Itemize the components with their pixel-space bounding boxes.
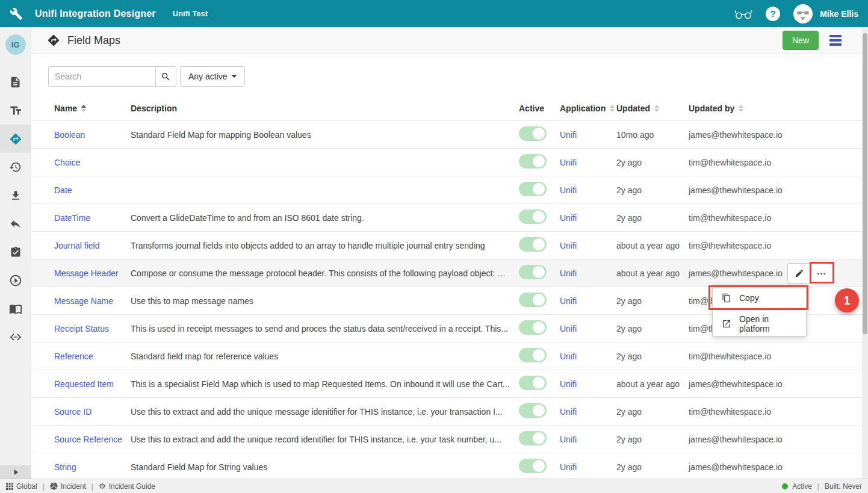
sort-icon[interactable] <box>654 105 659 112</box>
column-header-updated[interactable]: Updated <box>616 104 689 113</box>
application-link[interactable]: Unifi <box>560 407 577 417</box>
application-link[interactable]: Unifi <box>560 352 577 361</box>
active-toggle[interactable] <box>519 293 547 307</box>
field-map-name-link[interactable]: Source ID <box>54 407 91 417</box>
field-map-name-link[interactable]: Message Name <box>54 296 113 306</box>
sort-icon[interactable] <box>739 105 743 112</box>
field-map-name-link[interactable]: Boolean <box>54 130 85 140</box>
sidebar-item-text-fields[interactable] <box>0 96 31 125</box>
toggle-knob <box>533 321 545 333</box>
scrollbar-thumb[interactable] <box>863 33 867 334</box>
updated-cell: about a year ago <box>616 241 689 250</box>
help-icon[interactable]: ? <box>766 7 780 21</box>
search-button[interactable] <box>155 66 176 87</box>
active-toggle[interactable] <box>519 431 547 445</box>
glasses-icon[interactable] <box>734 8 752 20</box>
guide-picker[interactable]: ⚙ Incident Guide <box>99 482 155 491</box>
active-toggle[interactable] <box>519 320 547 335</box>
sidebar-item-history[interactable] <box>0 153 31 181</box>
application-link[interactable]: Unifi <box>560 241 577 250</box>
active-toggle[interactable] <box>519 459 547 473</box>
application-link[interactable]: Unifi <box>560 185 577 195</box>
active-toggle[interactable] <box>519 237 547 252</box>
search-input[interactable] <box>48 66 155 87</box>
column-header-description[interactable]: Description <box>131 104 519 113</box>
active-toggle[interactable] <box>519 182 547 196</box>
table-row[interactable]: Choice Unifi 2y ago tim@thewhitespace.io… <box>31 148 868 176</box>
table-row[interactable]: Journal field Transforms journal fields … <box>31 231 868 259</box>
wrench-icon[interactable] <box>10 7 23 20</box>
sidebar-item-tasks[interactable] <box>0 238 31 266</box>
field-map-name-link[interactable]: Date <box>54 185 72 195</box>
active-toggle[interactable] <box>519 403 547 418</box>
table-row[interactable]: Reference Standard field map for referen… <box>31 342 868 370</box>
sidebar-item-download[interactable] <box>0 181 31 209</box>
column-header-name[interactable]: Name <box>54 104 131 113</box>
active-filter-dropdown[interactable]: Any active <box>180 66 245 87</box>
application-link[interactable]: Unifi <box>560 324 577 333</box>
active-toggle[interactable] <box>519 126 547 141</box>
sidebar-item-documents[interactable] <box>0 68 31 96</box>
active-toggle[interactable] <box>519 209 547 224</box>
menu-icon[interactable] <box>829 35 842 46</box>
sidebar-item-run[interactable] <box>0 266 31 294</box>
field-map-name-link[interactable]: Message Header <box>54 268 119 278</box>
pencil-icon <box>795 268 804 278</box>
application-link[interactable]: Unifi <box>560 213 577 223</box>
active-toggle[interactable] <box>519 265 547 279</box>
menu-item-open-in-platform[interactable]: Open in platform <box>713 311 806 336</box>
field-map-name-link[interactable]: String <box>54 462 76 472</box>
field-map-name-link[interactable]: DateTime <box>54 213 90 223</box>
field-map-name-link[interactable]: Choice <box>54 158 81 167</box>
row-context-menu: Copy Open in platform <box>712 285 807 336</box>
more-button[interactable]: ... <box>810 264 832 283</box>
toggle-knob <box>533 128 545 140</box>
sidebar-collapse-toggle[interactable] <box>0 465 31 479</box>
table-row[interactable]: Requested Item This is a specialist Fiel… <box>31 370 868 397</box>
edit-button[interactable] <box>788 264 810 283</box>
new-button[interactable]: New <box>783 31 819 50</box>
active-toggle[interactable] <box>519 154 547 169</box>
workspace-avatar[interactable]: IG <box>5 34 26 55</box>
column-header-active[interactable]: Active <box>519 104 560 113</box>
application-link[interactable]: Unifi <box>560 130 577 140</box>
vertical-scrollbar[interactable] <box>862 27 868 479</box>
application-link[interactable]: Unifi <box>560 379 577 389</box>
active-toggle[interactable] <box>519 376 547 390</box>
table-row[interactable]: Source ID Use this to extract and add th… <box>31 397 868 425</box>
field-map-name-link[interactable]: Receipt Status <box>54 324 109 333</box>
application-link[interactable]: Unifi <box>560 435 577 444</box>
updated-by-cell: james@thewhitespace.io <box>689 462 808 472</box>
sort-icon[interactable] <box>81 105 86 112</box>
sidebar-item-code[interactable] <box>0 323 31 351</box>
sort-icon[interactable] <box>610 105 615 112</box>
application-link[interactable]: Unifi <box>560 462 577 472</box>
field-map-name-link[interactable]: Journal field <box>54 241 100 250</box>
sidebar-item-docs[interactable] <box>0 294 31 323</box>
table-row[interactable]: Source Reference Use this to extract and… <box>31 425 868 453</box>
application-picker[interactable]: Incident <box>50 482 86 491</box>
field-map-name-link[interactable]: Reference <box>54 352 93 361</box>
menu-item-copy[interactable]: Copy <box>713 285 806 311</box>
table-row[interactable]: Date Unifi 2y ago james@thewhitespace.io… <box>31 176 868 203</box>
column-header-application[interactable]: Application <box>560 104 616 113</box>
table-row[interactable]: Message Header Compose or consume the me… <box>31 259 868 287</box>
table-row[interactable]: DateTime Convert a GlideDateTime to and … <box>31 203 868 231</box>
sidebar-item-reply[interactable] <box>0 209 31 238</box>
user-avatar[interactable] <box>793 4 813 23</box>
field-map-name-link[interactable]: Source Reference <box>54 435 122 444</box>
environment-name[interactable]: Unifi Test <box>173 9 208 18</box>
application-link[interactable]: Unifi <box>560 268 577 278</box>
user-name[interactable]: Mike Ellis <box>820 9 858 19</box>
column-header-updated-by[interactable]: Updated by <box>689 104 808 113</box>
page-title: Field Maps <box>67 34 120 47</box>
field-map-name-link[interactable]: Requested Item <box>54 379 114 389</box>
table-header-row: Name Description Active Application Upda… <box>31 96 868 120</box>
scope-picker[interactable]: Global <box>6 482 37 491</box>
sidebar-item-field-maps[interactable] <box>0 125 31 153</box>
table-row[interactable]: Boolean Standard Field Map for mapping B… <box>31 120 868 148</box>
application-link[interactable]: Unifi <box>560 158 577 167</box>
application-link[interactable]: Unifi <box>560 296 577 306</box>
table-row[interactable]: String Standard Field Map for String val… <box>31 453 868 479</box>
active-toggle[interactable] <box>519 348 547 362</box>
